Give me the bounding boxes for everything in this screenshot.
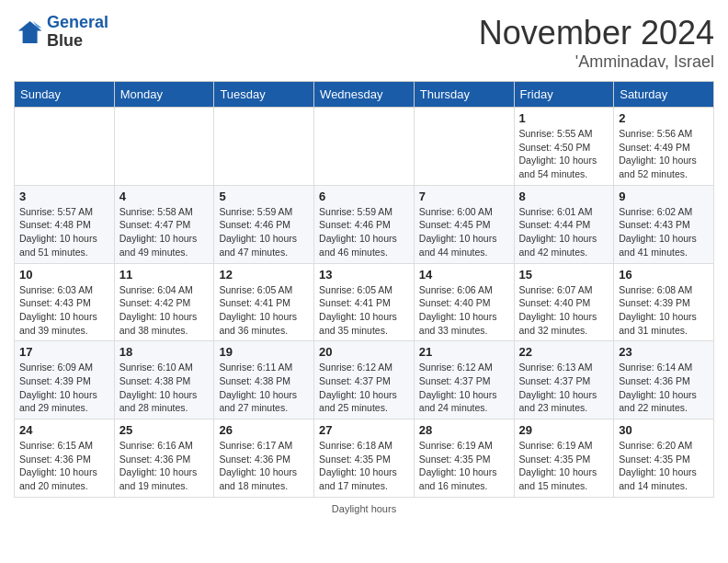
- day-number: 2: [619, 111, 709, 125]
- calendar-cell: 11Sunrise: 6:04 AMSunset: 4:42 PMDayligh…: [114, 263, 214, 341]
- day-number: 18: [119, 345, 210, 359]
- calendar-cell: 19Sunrise: 6:11 AMSunset: 4:38 PMDayligh…: [214, 341, 314, 419]
- logo-text: General Blue: [47, 14, 108, 51]
- day-info: Sunrise: 5:57 AMSunset: 4:48 PMDaylight:…: [19, 205, 109, 259]
- calendar-cell: 4Sunrise: 5:58 AMSunset: 4:47 PMDaylight…: [114, 185, 214, 263]
- calendar-cell: 16Sunrise: 6:08 AMSunset: 4:39 PMDayligh…: [614, 263, 714, 341]
- day-info: Sunrise: 6:01 AMSunset: 4:44 PMDaylight:…: [519, 205, 609, 259]
- day-number: 24: [19, 423, 109, 437]
- calendar-cell: [314, 108, 415, 186]
- weekday-header-tuesday: Tuesday: [214, 82, 314, 108]
- day-info: Sunrise: 6:15 AMSunset: 4:36 PMDaylight:…: [19, 439, 109, 493]
- logo-icon: [14, 17, 43, 47]
- day-info: Sunrise: 5:59 AMSunset: 4:46 PMDaylight:…: [319, 205, 409, 259]
- calendar-cell: 14Sunrise: 6:06 AMSunset: 4:40 PMDayligh…: [414, 263, 514, 341]
- calendar-cell: [214, 108, 314, 186]
- day-number: 21: [419, 345, 509, 359]
- weekday-header-friday: Friday: [514, 82, 614, 108]
- calendar-table: SundayMondayTuesdayWednesdayThursdayFrid…: [14, 81, 714, 498]
- day-info: Sunrise: 6:02 AMSunset: 4:43 PMDaylight:…: [619, 205, 709, 259]
- day-number: 8: [519, 190, 609, 203]
- weekday-header-wednesday: Wednesday: [314, 82, 415, 108]
- calendar-cell: 25Sunrise: 6:16 AMSunset: 4:36 PMDayligh…: [114, 419, 214, 498]
- day-info: Sunrise: 6:07 AMSunset: 4:40 PMDaylight:…: [519, 283, 609, 338]
- day-number: 9: [619, 190, 709, 203]
- day-number: 14: [419, 268, 509, 282]
- day-info: Sunrise: 6:11 AMSunset: 4:38 PMDaylight:…: [219, 361, 309, 415]
- calendar-cell: [15, 108, 115, 186]
- day-number: 1: [519, 111, 609, 125]
- day-info: Sunrise: 5:55 AMSunset: 4:50 PMDaylight:…: [519, 127, 609, 181]
- calendar-cell: 17Sunrise: 6:09 AMSunset: 4:39 PMDayligh…: [15, 341, 115, 419]
- day-number: 6: [319, 190, 409, 203]
- calendar-cell: 30Sunrise: 6:20 AMSunset: 4:35 PMDayligh…: [614, 419, 714, 498]
- day-number: 22: [519, 345, 609, 359]
- day-number: 30: [619, 423, 709, 437]
- day-number: 11: [119, 268, 210, 282]
- calendar-week-row: 24Sunrise: 6:15 AMSunset: 4:36 PMDayligh…: [15, 419, 714, 498]
- calendar-cell: 12Sunrise: 6:05 AMSunset: 4:41 PMDayligh…: [214, 263, 314, 341]
- footer: Daylight hours: [14, 503, 714, 514]
- day-info: Sunrise: 6:14 AMSunset: 4:36 PMDaylight:…: [619, 361, 709, 415]
- day-info: Sunrise: 6:03 AMSunset: 4:43 PMDaylight:…: [19, 283, 109, 338]
- day-info: Sunrise: 6:19 AMSunset: 4:35 PMDaylight:…: [519, 439, 609, 493]
- day-number: 16: [619, 268, 709, 282]
- day-info: Sunrise: 6:09 AMSunset: 4:39 PMDaylight:…: [19, 361, 109, 415]
- day-info: Sunrise: 6:17 AMSunset: 4:36 PMDaylight:…: [219, 439, 309, 493]
- title-block: November 2024 'Amminadav, Israel: [479, 14, 714, 72]
- calendar-cell: 15Sunrise: 6:07 AMSunset: 4:40 PMDayligh…: [514, 263, 614, 341]
- day-info: Sunrise: 5:59 AMSunset: 4:46 PMDaylight:…: [219, 205, 309, 259]
- calendar-cell: [414, 108, 514, 186]
- weekday-header-saturday: Saturday: [614, 82, 714, 108]
- day-info: Sunrise: 5:58 AMSunset: 4:47 PMDaylight:…: [119, 205, 210, 259]
- day-info: Sunrise: 6:12 AMSunset: 4:37 PMDaylight:…: [319, 361, 409, 415]
- location-title: 'Amminadav, Israel: [479, 52, 714, 72]
- day-number: 17: [19, 345, 109, 359]
- day-info: Sunrise: 6:19 AMSunset: 4:35 PMDaylight:…: [419, 439, 509, 493]
- day-number: 20: [319, 345, 409, 359]
- calendar-cell: 8Sunrise: 6:01 AMSunset: 4:44 PMDaylight…: [514, 185, 614, 263]
- day-number: 15: [519, 268, 609, 282]
- calendar-cell: 22Sunrise: 6:13 AMSunset: 4:37 PMDayligh…: [514, 341, 614, 419]
- day-info: Sunrise: 6:08 AMSunset: 4:39 PMDaylight:…: [619, 283, 709, 338]
- calendar-week-row: 10Sunrise: 6:03 AMSunset: 4:43 PMDayligh…: [15, 263, 714, 341]
- calendar-cell: 20Sunrise: 6:12 AMSunset: 4:37 PMDayligh…: [314, 341, 415, 419]
- calendar-cell: 26Sunrise: 6:17 AMSunset: 4:36 PMDayligh…: [214, 419, 314, 498]
- day-info: Sunrise: 6:05 AMSunset: 4:41 PMDaylight:…: [219, 283, 309, 338]
- calendar-cell: 9Sunrise: 6:02 AMSunset: 4:43 PMDaylight…: [614, 185, 714, 263]
- day-number: 26: [219, 423, 309, 437]
- day-number: 13: [319, 268, 409, 282]
- day-info: Sunrise: 6:06 AMSunset: 4:40 PMDaylight:…: [419, 283, 509, 338]
- calendar-cell: 28Sunrise: 6:19 AMSunset: 4:35 PMDayligh…: [414, 419, 514, 498]
- calendar-cell: 18Sunrise: 6:10 AMSunset: 4:38 PMDayligh…: [114, 341, 214, 419]
- day-number: 4: [119, 190, 210, 203]
- day-number: 29: [519, 423, 609, 437]
- day-info: Sunrise: 6:16 AMSunset: 4:36 PMDaylight:…: [119, 439, 210, 493]
- day-number: 7: [419, 190, 509, 203]
- day-info: Sunrise: 6:13 AMSunset: 4:37 PMDaylight:…: [519, 361, 609, 415]
- daylight-label: Daylight hours: [332, 503, 396, 514]
- day-number: 5: [219, 190, 309, 203]
- calendar-cell: 6Sunrise: 5:59 AMSunset: 4:46 PMDaylight…: [314, 185, 415, 263]
- day-info: Sunrise: 6:12 AMSunset: 4:37 PMDaylight:…: [419, 361, 509, 415]
- day-info: Sunrise: 5:56 AMSunset: 4:49 PMDaylight:…: [619, 127, 709, 181]
- day-number: 19: [219, 345, 309, 359]
- page: General Blue November 2024 'Amminadav, I…: [0, 0, 728, 523]
- calendar-week-row: 17Sunrise: 6:09 AMSunset: 4:39 PMDayligh…: [15, 341, 714, 419]
- calendar-cell: 10Sunrise: 6:03 AMSunset: 4:43 PMDayligh…: [15, 263, 115, 341]
- day-number: 27: [319, 423, 409, 437]
- day-info: Sunrise: 6:20 AMSunset: 4:35 PMDaylight:…: [619, 439, 709, 493]
- calendar-cell: 23Sunrise: 6:14 AMSunset: 4:36 PMDayligh…: [614, 341, 714, 419]
- calendar-cell: [114, 108, 214, 186]
- day-number: 25: [119, 423, 210, 437]
- header: General Blue November 2024 'Amminadav, I…: [14, 14, 714, 72]
- calendar-week-row: 3Sunrise: 5:57 AMSunset: 4:48 PMDaylight…: [15, 185, 714, 263]
- calendar-cell: 27Sunrise: 6:18 AMSunset: 4:35 PMDayligh…: [314, 419, 415, 498]
- calendar-cell: 5Sunrise: 5:59 AMSunset: 4:46 PMDaylight…: [214, 185, 314, 263]
- weekday-header-monday: Monday: [114, 82, 214, 108]
- day-number: 28: [419, 423, 509, 437]
- day-number: 3: [19, 190, 109, 203]
- weekday-header-row: SundayMondayTuesdayWednesdayThursdayFrid…: [15, 82, 714, 108]
- month-title: November 2024: [479, 14, 714, 52]
- calendar-cell: 13Sunrise: 6:05 AMSunset: 4:41 PMDayligh…: [314, 263, 415, 341]
